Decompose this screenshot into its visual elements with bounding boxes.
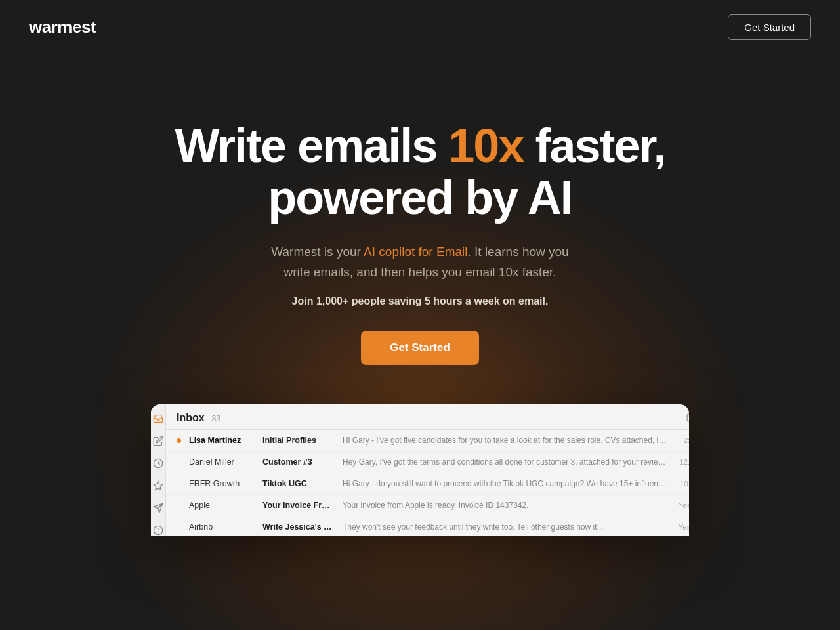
email-preview: Hi Gary - do you still want to proceed w… bbox=[343, 479, 667, 488]
email-time: Yesterday bbox=[679, 501, 689, 509]
read-indicator bbox=[177, 460, 181, 465]
subtext-link: AI copilot for Email bbox=[364, 245, 467, 259]
email-list: Lisa MartinezInitial ProfilesHi Gary - I… bbox=[166, 430, 689, 536]
email-sender: Airbnb bbox=[189, 522, 255, 532]
subtext-line2: write emails, and then helps you email 1… bbox=[284, 265, 556, 279]
subtext-part2: . It learns how you bbox=[467, 245, 568, 259]
read-indicator bbox=[177, 482, 181, 486]
email-row[interactable]: AirbnbWrite Jessica's review by 25 MayTh… bbox=[166, 516, 689, 536]
email-subject: Write Jessica's review by 25 May bbox=[262, 522, 335, 532]
inbox-title-area: Inbox 33 bbox=[177, 412, 221, 424]
info-sidebar-icon bbox=[151, 525, 165, 536]
inbox-count: 33 bbox=[211, 413, 220, 423]
subtext-part1: Warmest is your bbox=[271, 245, 364, 259]
headline-line2: powered by AI bbox=[268, 171, 572, 224]
email-row[interactable]: AppleYour Invoice From AppleYour invoice… bbox=[166, 495, 689, 516]
email-preview: Hi Gary - I've got five candidates for y… bbox=[343, 436, 671, 445]
email-time: Yesterday bbox=[679, 523, 689, 531]
compose-sidebar-icon bbox=[151, 436, 165, 446]
headline-part1: Write emails bbox=[175, 119, 448, 172]
logo: warmest bbox=[29, 17, 96, 37]
navbar: warmest Get Started bbox=[0, 0, 840, 54]
email-time: 12:32 PM bbox=[679, 458, 689, 466]
svg-marker-1 bbox=[154, 481, 162, 490]
email-subject: Initial Profiles bbox=[262, 436, 335, 445]
clock-sidebar-icon bbox=[151, 458, 165, 469]
read-indicator bbox=[177, 503, 181, 508]
social-proof-text: Join 1,000+ people saving 5 hours a week… bbox=[0, 295, 840, 307]
headline-highlight: 10x bbox=[448, 119, 523, 172]
inbox-title: Inbox bbox=[177, 412, 205, 423]
inbox-sidebar-icon bbox=[151, 413, 165, 424]
email-time: 2:45 PM bbox=[684, 436, 689, 444]
app-preview: Inbox 33 bbox=[151, 404, 689, 536]
email-row[interactable]: Daniel MillerCustomer #3Hey Gary, I've g… bbox=[166, 452, 689, 473]
hero-headline: Write emails 10x faster, powered by AI bbox=[0, 120, 840, 224]
hero-subtext: Warmest is your AI copilot for Email. It… bbox=[0, 242, 840, 282]
unread-indicator bbox=[177, 438, 181, 443]
app-main: Inbox 33 bbox=[166, 404, 689, 536]
app-inner: Inbox 33 bbox=[151, 404, 689, 536]
email-subject: Your Invoice From Apple bbox=[262, 501, 335, 510]
hero-section: Write emails 10x faster, powered by AI W… bbox=[0, 54, 840, 365]
read-indicator bbox=[177, 525, 181, 530]
email-subject: Tiktok UGC bbox=[262, 479, 335, 488]
email-sender: Apple bbox=[189, 501, 255, 510]
compose-icon bbox=[686, 413, 689, 424]
email-sender: Daniel Miller bbox=[189, 457, 255, 467]
email-subject: Customer #3 bbox=[262, 457, 335, 467]
inbox-header: Inbox 33 bbox=[166, 404, 689, 430]
email-preview: Hey Gary, I've got the terms and conditi… bbox=[343, 457, 666, 467]
nav-get-started-button[interactable]: Get Started bbox=[728, 14, 811, 40]
send-sidebar-icon bbox=[151, 503, 165, 513]
email-row[interactable]: Lisa MartinezInitial ProfilesHi Gary - I… bbox=[166, 430, 689, 452]
email-time: 10:20 AM bbox=[680, 480, 689, 488]
email-sender: FRFR Growth bbox=[189, 479, 255, 488]
email-row[interactable]: FRFR GrowthTiktok UGCHi Gary - do you st… bbox=[166, 473, 689, 495]
email-preview: They won't see your feedback until they … bbox=[343, 522, 665, 532]
star-sidebar-icon bbox=[151, 480, 165, 491]
email-preview: Your invoice from Apple is ready. Invoic… bbox=[343, 501, 665, 510]
hero-cta-button[interactable]: Get Started bbox=[361, 331, 479, 365]
email-sender: Lisa Martinez bbox=[189, 436, 255, 445]
inbox-header-icons bbox=[686, 413, 689, 424]
app-sidebar bbox=[151, 404, 166, 536]
headline-part2: faster, bbox=[523, 119, 665, 172]
